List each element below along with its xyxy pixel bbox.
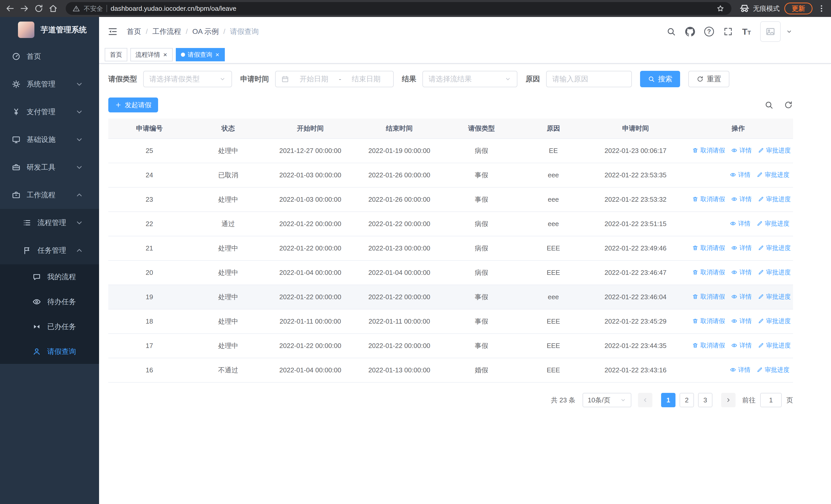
detail-link[interactable]: 详情 — [731, 244, 752, 252]
cancel-leave-link[interactable]: 取消请假 — [692, 146, 725, 154]
approval-progress-link[interactable]: 审批进度 — [758, 268, 791, 276]
breadcrumb-item-0[interactable]: 首页 — [127, 27, 141, 36]
tab-home[interactable]: 首页 — [105, 48, 127, 61]
approval-progress-link[interactable]: 审批进度 — [756, 366, 790, 374]
table-row-22[interactable]: 22通过2022-01-22 00:00:002022-01-22 00:00:… — [108, 212, 793, 236]
detail-link[interactable]: 详情 — [731, 195, 752, 203]
cancel-leave-link[interactable]: 取消请假 — [692, 317, 725, 325]
page-button-3[interactable]: 3 — [698, 393, 712, 407]
breadcrumb-item-1[interactable]: 工作流程 — [152, 27, 181, 36]
start-date-placeholder[interactable]: 开始日期 — [292, 74, 335, 84]
detail-link[interactable]: 详情 — [730, 219, 750, 228]
sidebar-item-payment-management[interactable]: 支付管理 — [0, 98, 99, 126]
browser-update-button[interactable]: 更新 — [784, 3, 812, 14]
cell-status: 处理中 — [191, 236, 266, 261]
table-row-19[interactable]: 19处理中2022-01-22 00:00:002022-01-22 00:00… — [108, 285, 793, 309]
approval-progress-link[interactable]: 审批进度 — [756, 171, 790, 179]
search-button[interactable]: 搜索 — [640, 71, 680, 87]
cancel-leave-link[interactable]: 取消请假 — [692, 341, 725, 350]
approval-progress-link[interactable]: 审批进度 — [758, 146, 791, 154]
cell-end_time: 2022-01-11 00:00:00 — [355, 309, 444, 334]
sidebar-toggle-icon[interactable] — [107, 26, 118, 37]
tab-leave-query[interactable]: 请假查询× — [176, 48, 225, 61]
bookmark-star-icon[interactable] — [716, 4, 725, 13]
sidebar-item-home[interactable]: 首页 — [0, 42, 99, 70]
table-row-24[interactable]: 24已取消2022-01-03 00:00:002022-01-26 00:00… — [108, 163, 793, 187]
url-text[interactable]: dashboard.yudao.iocoder.cn/bpm/oa/leave — [111, 5, 712, 12]
browser-forward-icon[interactable] — [20, 4, 29, 13]
leave-type-select[interactable]: 请选择请假类型 — [143, 71, 232, 87]
address-bar[interactable]: 不安全 dashboard.yudao.iocoder.cn/bpm/oa/le… — [66, 2, 732, 15]
sidebar-item-infrastructure[interactable]: 基础设施 — [0, 126, 99, 153]
browser-reload-icon[interactable] — [34, 4, 44, 13]
detail-link[interactable]: 详情 — [731, 146, 752, 154]
eye-icon — [731, 342, 737, 349]
reset-button[interactable]: 重置 — [688, 71, 729, 87]
table-row-20[interactable]: 20处理中2022-01-04 00:00:002022-01-04 00:00… — [108, 261, 793, 285]
detail-link[interactable]: 详情 — [731, 268, 752, 276]
cancel-leave-link[interactable]: 取消请假 — [692, 244, 725, 252]
refresh-table-icon[interactable] — [784, 100, 793, 110]
detail-link[interactable]: 详情 — [731, 293, 752, 301]
tab-process-detail[interactable]: 流程详情× — [131, 48, 173, 61]
sidebar-item-my-processes[interactable]: 我的流程 — [0, 264, 99, 289]
sidebar-item-system-management[interactable]: 系统管理 — [0, 70, 99, 98]
table-row-16[interactable]: 16不通过2022-01-04 00:00:002022-01-13 00:00… — [108, 358, 793, 382]
help-icon[interactable]: ? — [704, 27, 714, 36]
breadcrumb-item-2[interactable]: OA 示例 — [193, 27, 219, 36]
reason-input[interactable] — [546, 71, 632, 87]
cancel-leave-link[interactable]: 取消请假 — [692, 293, 725, 301]
header-search-icon[interactable] — [666, 27, 676, 36]
security-label[interactable]: 不安全 — [84, 4, 103, 13]
cancel-leave-link[interactable]: 取消请假 — [692, 268, 725, 276]
approval-progress-link[interactable]: 审批进度 — [758, 317, 791, 325]
user-menu-caret-icon[interactable] — [786, 28, 793, 35]
apply-time-range-picker[interactable]: 开始日期 - 结束日期 — [275, 71, 394, 87]
result-select[interactable]: 请选择流结果 — [423, 71, 517, 87]
detail-link[interactable]: 详情 — [731, 341, 752, 350]
detail-link[interactable]: 详情 — [730, 171, 750, 179]
sidebar-item-leave-query[interactable]: 请假查询 — [0, 339, 99, 364]
sidebar-item-todo-tasks[interactable]: 待办任务 — [0, 289, 99, 314]
sidebar-item-dev-tools[interactable]: 研发工具 — [0, 153, 99, 181]
prev-page-button[interactable] — [638, 393, 652, 407]
cell-actions: 取消请假详情审批进度 — [683, 309, 793, 334]
approval-progress-link[interactable]: 审批进度 — [758, 293, 791, 301]
page-button-1[interactable]: 1 — [661, 393, 676, 407]
detail-link[interactable]: 详情 — [731, 317, 752, 325]
goto-page-input[interactable] — [760, 393, 782, 407]
table-row-18[interactable]: 18处理中2022-01-11 00:00:002022-01-11 00:00… — [108, 309, 793, 334]
page-size-select[interactable]: 10条/页 — [582, 393, 631, 407]
sidebar-item-task-management[interactable]: 任务管理 — [0, 237, 99, 264]
approval-progress-link[interactable]: 审批进度 — [758, 195, 791, 203]
approval-progress-link[interactable]: 审批进度 — [758, 341, 791, 350]
chevron-up-icon — [75, 246, 84, 255]
sidebar-item-workflow[interactable]: 工作流程 — [0, 181, 99, 209]
approval-progress-link[interactable]: 审批进度 — [758, 244, 791, 252]
github-icon[interactable] — [685, 27, 695, 36]
end-date-placeholder[interactable]: 结束日期 — [345, 74, 388, 84]
fullscreen-icon[interactable] — [723, 27, 733, 36]
table-row-21[interactable]: 21处理中2022-01-22 00:00:002022-01-23 00:00… — [108, 236, 793, 261]
detail-link[interactable]: 详情 — [730, 366, 750, 374]
toggle-search-icon[interactable] — [764, 100, 774, 110]
sidebar-item-process-management[interactable]: 流程管理 — [0, 209, 99, 237]
sidebar-item-done-tasks[interactable]: 已办任务 — [0, 314, 99, 339]
table-row-17[interactable]: 17处理中2022-01-22 00:00:002022-01-22 00:00… — [108, 334, 793, 358]
user-avatar[interactable] — [760, 21, 781, 42]
browser-menu-icon[interactable] — [817, 4, 826, 13]
cancel-leave-link[interactable]: 取消请假 — [692, 195, 725, 203]
create-leave-button[interactable]: 发起请假 — [108, 97, 158, 112]
page-button-2[interactable]: 2 — [680, 393, 694, 407]
font-size-icon[interactable]: TT — [742, 27, 751, 37]
approval-progress-link[interactable]: 审批进度 — [756, 219, 790, 228]
app-logo[interactable]: 芋道管理系统 — [0, 17, 99, 42]
tab-close-icon[interactable]: × — [163, 51, 168, 58]
table-row-23[interactable]: 23处理中2022-01-03 00:00:002022-01-26 00:00… — [108, 187, 793, 212]
tab-close-icon[interactable]: × — [215, 51, 220, 58]
browser-home-icon[interactable] — [48, 4, 58, 13]
browser-back-icon[interactable] — [5, 4, 15, 13]
table-row-25[interactable]: 25处理中2021-12-27 00:00:002022-01-19 00:00… — [108, 139, 793, 163]
next-page-button[interactable] — [721, 393, 736, 407]
breadcrumb-separator: / — [146, 27, 148, 36]
